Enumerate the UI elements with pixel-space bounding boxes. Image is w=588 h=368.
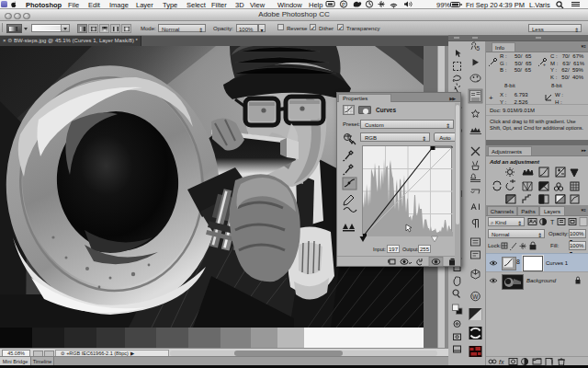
svg-text:W: W: [472, 293, 479, 300]
svg-text:T: T: [550, 219, 555, 225]
svg-text:P: P: [342, 2, 345, 7]
svg-text:+: +: [543, 62, 546, 67]
svg-text:fx: fx: [499, 359, 504, 365]
svg-text:5: 5: [477, 45, 481, 52]
